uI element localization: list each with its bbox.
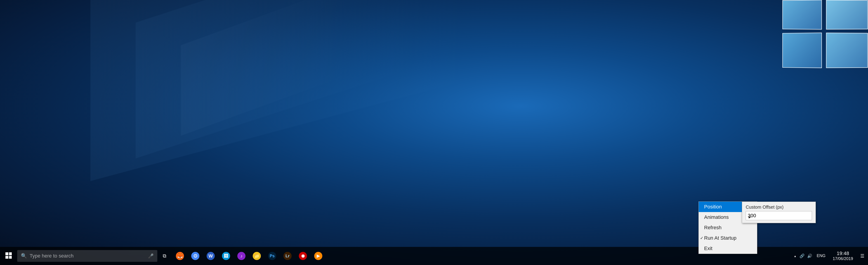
firefox-icon: 🦊 (176, 252, 184, 260)
menu-item-label: Exit (704, 245, 712, 252)
menu-item-label: Position (704, 204, 722, 210)
tray-language[interactable]: ENG (815, 253, 827, 259)
menu-item-animations[interactable]: Animations ► (699, 212, 757, 223)
photoshop-icon: Ps (268, 252, 276, 260)
menu-item-refresh[interactable]: Refresh (699, 223, 757, 233)
search-placeholder: Type here to search (30, 253, 148, 259)
tray-network-icon[interactable]: 🔗 (799, 253, 805, 259)
menu-item-label: Refresh (704, 225, 721, 231)
custom-offset-label: Custom Offset (px) (746, 205, 812, 210)
word-icon: W (207, 252, 215, 260)
tray-expand-icon[interactable]: ▴ (794, 253, 797, 259)
task-view-icon: ⧉ (163, 253, 166, 259)
taskbar-app-mixcraft[interactable]: ♪ (234, 249, 249, 263)
windows-start-icon (5, 252, 13, 260)
win-pane-top-right (826, 0, 868, 30)
vlc-icon: ▶ (314, 252, 322, 260)
record-icon: ⏺ (299, 252, 307, 260)
windows-logo (782, 0, 868, 68)
taskbar-app-chrome[interactable]: ⊙ (188, 249, 203, 263)
lightroom-icon: Lr (283, 252, 291, 260)
win-pane-bottom-right (826, 33, 868, 68)
clock-date: 17/06/2019 (833, 256, 853, 261)
tray-icons: 🔗 🔊 (799, 253, 813, 259)
taskbar-app-lightroom[interactable]: Lr (280, 249, 295, 263)
tray-speaker-icon[interactable]: 🔊 (806, 253, 813, 259)
search-icon: 🔍 (21, 253, 27, 259)
arrow-icon: ► (744, 215, 752, 219)
files-icon: 📁 (253, 252, 261, 260)
taskbar-app-files[interactable]: 📁 (250, 249, 264, 263)
mixcraft-icon: ♪ (237, 252, 246, 260)
context-menu: Position ► Custom Offset (px) Animations… (699, 201, 757, 254)
action-center-icon[interactable]: ☰ (859, 252, 866, 260)
menu-item-label: Animations (704, 214, 729, 220)
taskbar-search[interactable]: 🔍 Type here to search 🎤 (17, 250, 157, 262)
checkmark-icon: ✓ (700, 236, 704, 241)
taskbar-app-photos[interactable]: 🖼 (219, 249, 233, 263)
tray-clock[interactable]: 19:48 17/06/2019 (829, 251, 857, 261)
taskbar-app-record[interactable]: ⏺ (296, 249, 310, 263)
start-button[interactable] (2, 249, 16, 263)
win-pane-bottom-left (782, 33, 822, 68)
taskbar-app-photoshop[interactable]: Ps (265, 249, 279, 263)
chrome-icon: ⊙ (191, 252, 199, 260)
microphone-icon: 🎤 (148, 253, 154, 259)
task-view-button[interactable]: ⧉ (158, 249, 171, 263)
clock-time: 19:48 (837, 251, 849, 256)
system-tray: ▴ 🔗 🔊 ENG 19:48 17/06/2019 ☰ (794, 251, 866, 261)
menu-item-run-at-startup[interactable]: ✓ Run At Startup (699, 233, 757, 243)
menu-item-exit[interactable]: Exit (699, 243, 757, 254)
taskbar-app-word[interactable]: W (204, 249, 218, 263)
taskbar-app-vlc[interactable]: ▶ (311, 249, 326, 263)
win-pane-top-left (782, 0, 822, 30)
taskbar-app-firefox[interactable]: 🦊 (173, 249, 187, 263)
menu-item-label: Run At Startup (704, 235, 737, 241)
menu-item-position[interactable]: Position ► Custom Offset (px) (699, 202, 757, 212)
photos-icon: 🖼 (222, 252, 230, 260)
